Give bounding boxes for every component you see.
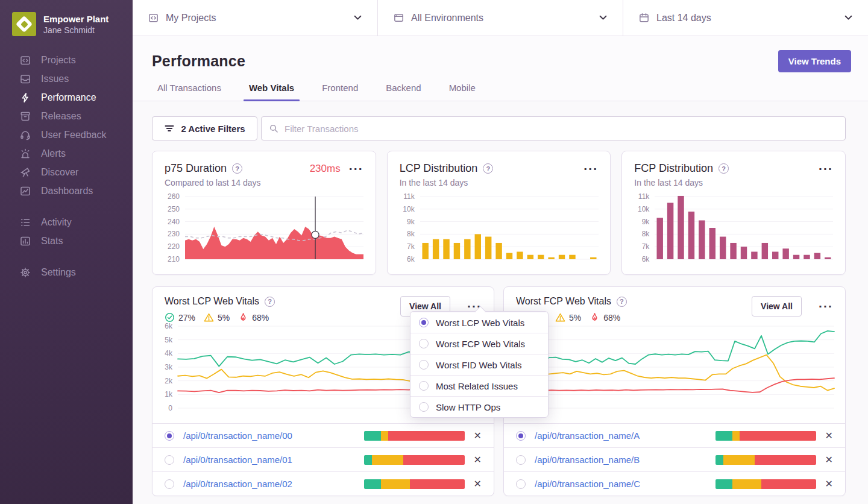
help-icon[interactable]: ? (483, 163, 493, 174)
view-trends-button[interactable]: View Trends (778, 50, 851, 72)
close-icon[interactable]: ✕ (825, 455, 833, 465)
close-icon[interactable]: ✕ (474, 431, 482, 441)
tab-mobile[interactable]: Mobile (444, 83, 481, 101)
close-icon[interactable]: ✕ (474, 455, 482, 465)
poor-pct: 68% (252, 313, 269, 323)
meh-pct: 5% (218, 313, 230, 323)
menu-item-label: Worst LCP Web Vitals (436, 318, 524, 328)
card-title: FCP Distribution (634, 162, 713, 175)
help-icon[interactable]: ? (719, 163, 729, 174)
help-icon[interactable]: ? (617, 297, 627, 307)
sidebar-item-alerts[interactable]: Alerts (0, 144, 133, 163)
transaction-link[interactable]: /api/0/transaction_name/C (535, 479, 640, 489)
transaction-row: /api/0/transaction_name/B ✕ (504, 447, 845, 471)
close-icon[interactable]: ✕ (825, 479, 833, 489)
tab-all-transactions[interactable]: All Transactions (152, 83, 227, 101)
environment-filter-dropdown[interactable]: All Environments (378, 0, 623, 36)
warning-triangle-icon (555, 312, 565, 323)
project-filter-dropdown[interactable]: My Projects (133, 0, 377, 36)
sidebar-item-label: Projects (41, 55, 76, 66)
tab-web-vitals[interactable]: Web Vitals (244, 83, 300, 101)
close-icon[interactable]: ✕ (474, 479, 482, 489)
filter-row: 2 Active Filters (152, 116, 846, 140)
project-icon (148, 12, 159, 24)
row-radio[interactable] (165, 479, 174, 489)
org-switcher[interactable]: Empower Plant Jane Schmidt (0, 0, 133, 51)
org-name: Empower Plant (43, 13, 108, 25)
fcp-distribution-chart[interactable] (655, 197, 833, 259)
transaction-row: /api/0/transaction_name/A ✕ (504, 423, 845, 447)
web-vitals-cards-row: Worst LCP Web Vitals ? 27% 5% (152, 286, 846, 496)
row-radio[interactable] (165, 455, 174, 465)
overflow-menu-icon[interactable]: ··· (819, 166, 833, 172)
meh-badge: 5% (555, 312, 581, 323)
overflow-menu-icon[interactable]: ··· (583, 166, 598, 172)
menu-item-worst-fcp[interactable]: Worst FCP Web Vitals (410, 333, 548, 354)
transaction-link[interactable]: /api/0/transaction_name/02 (183, 479, 292, 489)
menu-item-worst-fid[interactable]: Worst FID Web Vitals (410, 354, 548, 375)
chevron-down-icon (599, 15, 607, 20)
row-radio[interactable] (165, 431, 174, 441)
transaction-link[interactable]: /api/0/transaction_name/B (535, 455, 640, 465)
sidebar-item-releases[interactable]: Releases (0, 107, 133, 125)
help-icon[interactable]: ? (265, 297, 275, 307)
help-icon[interactable]: ? (232, 163, 242, 174)
environment-icon (393, 12, 404, 24)
transaction-link[interactable]: /api/0/transaction_name/00 (183, 430, 292, 441)
lcp-distribution-card: LCP Distribution ? ··· In the last 14 da… (387, 151, 611, 275)
transaction-row: /api/0/transaction_name/02 ✕ (153, 471, 494, 496)
row-radio[interactable] (516, 431, 526, 441)
fire-icon (590, 312, 600, 323)
view-all-button[interactable]: View All (752, 296, 802, 317)
tab-bar: All Transactions Web Vitals Frontend Bac… (152, 83, 851, 101)
close-icon[interactable]: ✕ (825, 431, 833, 441)
transaction-list: /api/0/transaction_name/00 ✕ /api/0/tran… (153, 423, 494, 496)
menu-radio (419, 402, 429, 412)
row-radio[interactable] (516, 479, 526, 489)
y-axis: 6k5k4k3k2k1k0 (161, 326, 178, 408)
sidebar-item-issues[interactable]: Issues (0, 69, 133, 88)
overflow-menu-icon[interactable]: ··· (819, 303, 833, 309)
row-radio[interactable] (516, 455, 526, 465)
filter-icon (164, 123, 175, 134)
vitals-badges: 27% 5% 68% (165, 312, 275, 323)
transaction-link[interactable]: /api/0/transaction_name/A (535, 430, 640, 441)
vitals-select-menu: Worst LCP Web Vitals Worst FCP Web Vital… (410, 311, 549, 418)
sidebar-item-discover[interactable]: Discover (0, 163, 133, 181)
sidebar-item-label: Alerts (41, 148, 66, 159)
overflow-menu-icon[interactable]: ··· (349, 166, 363, 172)
issues-icon (19, 73, 31, 85)
active-filters-button[interactable]: 2 Active Filters (152, 116, 257, 140)
menu-item-most-related-issues[interactable]: Most Related Issues (410, 375, 548, 396)
date-filter-dropdown[interactable]: Last 14 days (623, 0, 868, 36)
menu-item-label: Most Related Issues (436, 381, 518, 391)
tab-backend[interactable]: Backend (380, 83, 426, 101)
menu-item-label: Worst FCP Web Vitals (436, 339, 525, 349)
transaction-link[interactable]: /api/0/transaction_name/01 (183, 455, 292, 465)
sidebar-item-performance[interactable]: Performance (0, 88, 133, 107)
sidebar-item-dashboards[interactable]: Dashboards (0, 181, 133, 200)
sidebar-item-settings[interactable]: Settings (0, 263, 133, 282)
menu-radio (419, 360, 429, 370)
lcp-distribution-chart[interactable] (420, 197, 599, 259)
sidebar-item-label: Releases (41, 111, 81, 122)
fire-icon (238, 312, 248, 323)
menu-item-slow-http-ops[interactable]: Slow HTTP Ops (410, 396, 548, 417)
alerts-icon (19, 148, 31, 160)
card-title: Worst LCP Web Vitals (165, 296, 259, 307)
transaction-row: /api/0/transaction_name/01 ✕ (153, 447, 494, 471)
sidebar-item-label: Dashboards (41, 186, 93, 197)
sidebar-item-activity[interactable]: Activity (0, 213, 133, 232)
worst-fcp-chart[interactable] (529, 326, 834, 408)
p75-chart[interactable] (185, 197, 363, 259)
sidebar-item-projects[interactable]: Projects (0, 51, 133, 69)
tab-frontend[interactable]: Frontend (316, 83, 363, 101)
sidebar-item-stats[interactable]: Stats (0, 232, 133, 250)
sidebar-item-user-feedback[interactable]: User Feedback (0, 125, 133, 144)
search-input[interactable] (261, 116, 846, 140)
vitals-stack-bar (364, 431, 465, 441)
fcp-distribution-card: FCP Distribution ? ··· In the last 14 da… (621, 151, 846, 275)
p75-duration-card: p75 Duration ? 230ms ··· Compared to las… (152, 151, 376, 275)
performance-icon (19, 92, 31, 104)
vitals-stack-bar (364, 479, 465, 489)
